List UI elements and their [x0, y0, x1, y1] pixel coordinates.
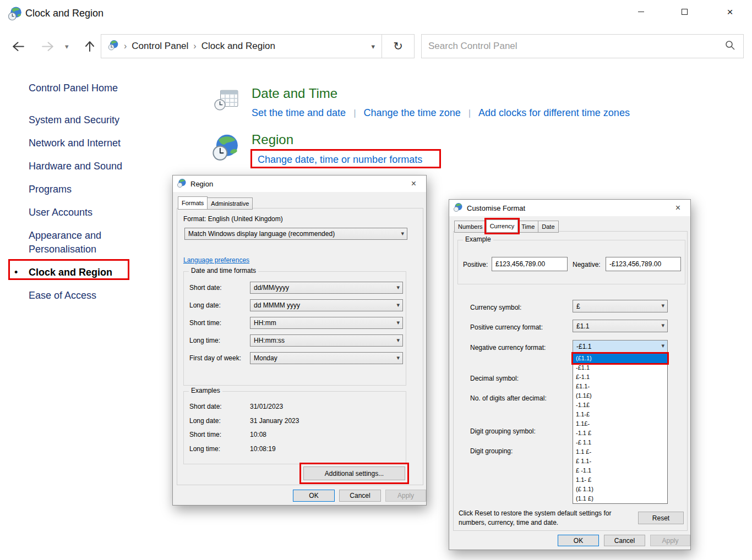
customise-dialog-close-button[interactable]: × [666, 200, 690, 216]
tab-date[interactable]: Date [538, 221, 558, 233]
dropdown-option[interactable]: 1.1- £ [573, 475, 667, 485]
dropdown-option[interactable]: -1.1£ [573, 400, 667, 410]
short-time-combo[interactable]: HH:mm ▾ [250, 317, 403, 329]
dropdown-option[interactable]: (£1.1) [573, 354, 667, 363]
dropdown-option[interactable]: 1.1-£ [573, 410, 667, 419]
dropdown-option[interactable]: £1.1- [573, 382, 667, 391]
back-button[interactable] [11, 39, 26, 56]
breadcrumb-dropdown-chevron-icon[interactable]: ▾ [371, 42, 375, 51]
link-set-time-and-date[interactable]: Set the time and date [252, 107, 346, 119]
tab-currency[interactable]: Currency [486, 219, 519, 233]
sidebar-item-ease-of-access[interactable]: Ease of Access [29, 289, 155, 303]
refresh-button[interactable]: ↻ [382, 34, 415, 58]
currency-symbol-combo[interactable]: £ ▾ [573, 300, 668, 312]
additional-settings-button[interactable]: Additional settings... [303, 466, 405, 480]
region-dialog-close-button[interactable]: × [401, 175, 426, 192]
ok-button[interactable]: OK [558, 535, 599, 546]
long-date-combo[interactable]: dd MMMM yyyy ▾ [250, 299, 403, 311]
link-change-date-time-number-formats[interactable]: Change date, time or number formats [258, 154, 422, 166]
reset-button[interactable]: Reset [638, 512, 684, 524]
dropdown-option[interactable]: -£1.1 [573, 363, 667, 372]
ok-button[interactable]: OK [293, 490, 335, 502]
breadcrumb[interactable]: › Control Panel › Clock and Region ▾ [101, 34, 382, 58]
dropdown-option[interactable]: £ -1.1 [573, 466, 667, 475]
customise-dialog-titlebar[interactable]: Customise Format × [449, 200, 690, 216]
combo-value: £1.1 [576, 322, 589, 330]
dropdown-option[interactable]: 1.1£- [573, 419, 667, 429]
sidebar-item-clock-and-region[interactable]: • Clock and Region [29, 266, 155, 279]
dropdown-option[interactable]: (1.1£) [573, 391, 667, 400]
example-long-date-value: 31 January 2023 [250, 417, 299, 425]
cancel-button[interactable]: Cancel [604, 535, 645, 546]
apply-button: Apply [385, 490, 426, 502]
combo-value: HH:mm [254, 319, 276, 327]
field-value: -£123,456,789.00 [609, 260, 661, 268]
currency-symbol-label: Currency symbol: [470, 304, 521, 311]
maximize-icon [682, 9, 688, 15]
sidebar-item-system-and-security[interactable]: System and Security [29, 113, 155, 127]
close-button[interactable]: × [713, 0, 746, 23]
sidebar-item-user-accounts[interactable]: User Accounts [29, 206, 155, 219]
link-add-clocks[interactable]: Add clocks for different time zones [478, 107, 630, 119]
first-day-of-week-combo[interactable]: Monday ▾ [250, 352, 403, 364]
tab-formats[interactable]: Formats [178, 196, 208, 210]
positive-example-field[interactable]: £123,456,789.00 [492, 257, 568, 271]
date-and-time-icon [214, 87, 239, 114]
window-title: Clock and Region [25, 8, 103, 19]
forward-button[interactable] [40, 39, 55, 56]
search-bar [421, 34, 744, 58]
region-dialog-titlebar[interactable]: Region × [173, 175, 426, 192]
maximize-button[interactable] [668, 0, 701, 23]
region-heading[interactable]: Region [252, 132, 293, 147]
dropdown-option[interactable]: £ 1.1- [573, 457, 667, 466]
negative-currency-format-combo[interactable]: -£1.1 ▾ [573, 340, 668, 353]
breadcrumb-clock-and-region[interactable]: Clock and Region [201, 41, 275, 52]
sidebar: Control Panel Home System and Security N… [29, 81, 155, 312]
sidebar-item-programs[interactable]: Programs [29, 183, 155, 196]
dropdown-option[interactable]: -£ 1.1 [573, 438, 667, 447]
decimal-symbol-label: Decimal symbol: [470, 375, 519, 382]
region-dialog-tabs: Formats Administrative [178, 196, 252, 210]
breadcrumb-control-panel[interactable]: Control Panel [132, 41, 188, 52]
long-time-combo[interactable]: HH:mm:ss ▾ [250, 334, 403, 347]
dropdown-option[interactable]: (1.1 £) [573, 494, 667, 503]
short-date-label: Short date: [189, 284, 222, 292]
sidebar-item-network-and-internet[interactable]: Network and Internet [29, 136, 155, 150]
dropdown-option[interactable]: (£ 1.1) [573, 485, 667, 494]
sidebar-item-control-panel-home[interactable]: Control Panel Home [29, 81, 155, 95]
example-group: Example Positive: £123,456,789.00 Negati… [457, 240, 685, 284]
app-globe-clock-icon [8, 6, 23, 23]
language-preferences-link[interactable]: Language preferences [183, 256, 249, 264]
sidebar-item-label: Clock and Region [29, 267, 112, 278]
negative-example-field[interactable]: -£123,456,789.00 [606, 257, 681, 271]
date-and-time-heading[interactable]: Date and Time [252, 86, 337, 101]
search-input[interactable] [422, 41, 724, 52]
chevron-down-icon: ▾ [661, 302, 664, 309]
up-button[interactable] [83, 39, 97, 56]
tab-numbers[interactable]: Numbers [454, 221, 487, 233]
combo-value: Monday [254, 354, 277, 362]
dropdown-option[interactable]: -1.1 £ [573, 429, 667, 438]
recent-pages-chevron-icon[interactable]: ▾ [65, 42, 69, 51]
breadcrumb-separator-icon: › [124, 41, 127, 51]
minimize-button[interactable] [624, 0, 657, 23]
short-date-combo[interactable]: dd/MM/yyyy ▾ [250, 282, 403, 294]
dropdown-option[interactable]: £-1.1 [573, 372, 667, 382]
sidebar-item-hardware-and-sound[interactable]: Hardware and Sound [29, 160, 155, 173]
formats-tab-panel: Format: English (United Kingdom) Match W… [177, 208, 423, 485]
positive-currency-format-combo[interactable]: £1.1 ▾ [573, 320, 668, 332]
sidebar-item-appearance-and-personalisation[interactable]: Appearance and Personalisation [29, 229, 155, 256]
long-time-label: Long time: [189, 337, 220, 344]
format-combo[interactable]: Match Windows display language (recommen… [184, 228, 407, 240]
tab-time[interactable]: Time [517, 221, 538, 233]
dropdown-option[interactable]: 1.1 £- [573, 447, 667, 457]
search-icon[interactable] [724, 40, 735, 53]
title-bar[interactable]: Clock and Region × [0, 0, 752, 28]
refresh-icon: ↻ [393, 40, 403, 53]
cancel-button[interactable]: Cancel [339, 490, 381, 502]
tab-administrative[interactable]: Administrative [207, 197, 253, 210]
chevron-down-icon: ▾ [396, 301, 400, 309]
example-short-time-value: 10:08 [250, 431, 266, 438]
chevron-down-icon: ▾ [661, 342, 664, 349]
link-change-time-zone[interactable]: Change the time zone [364, 107, 461, 119]
